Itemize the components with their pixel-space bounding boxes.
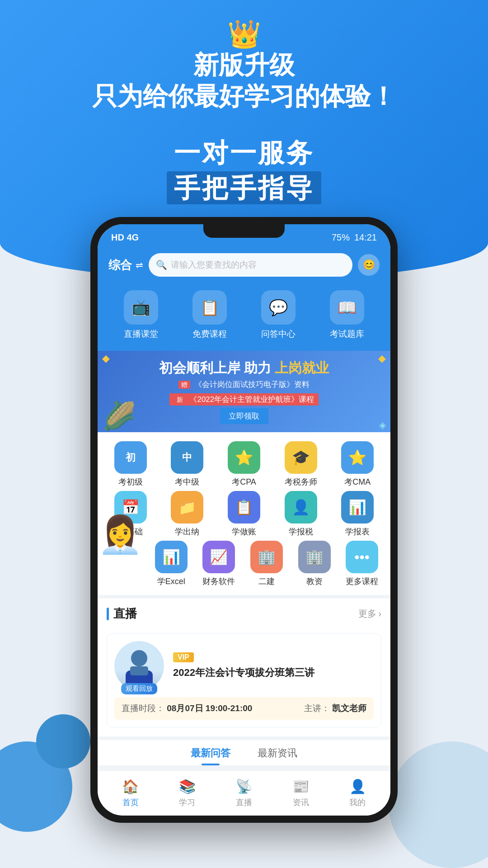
live-watch-label[interactable]: 观看回放	[121, 683, 157, 694]
course-label-cpa: 考CPA	[232, 476, 256, 487]
promo-banner[interactable]: ◆ ◆ ◈ 初会顺利上岸 助力 上岗就业 赠 《会计岗位面试技巧电子版》资料	[98, 351, 390, 432]
banner-main: 初会顺利上岸 助力 上岗就业	[159, 359, 329, 377]
tab-qa[interactable]: 最新问答	[191, 746, 230, 765]
live-title: 2022年注会计专项拔分班第三讲	[173, 666, 374, 680]
banner-sub1: 赠 《会计岗位面试技巧电子版》资料	[159, 379, 329, 390]
user-avatar[interactable]: 😊	[358, 254, 380, 276]
nav-item-free[interactable]: 📋 免费课程	[192, 290, 227, 340]
bg-decoration-circle-bottom-right	[389, 741, 488, 868]
category-label: 综合	[108, 257, 132, 273]
course-row-3: 📊 学Excel 📈 财务软件 🏢 二建	[102, 541, 386, 587]
course-icon-construction: 🏢	[250, 541, 283, 573]
nav-item-qa[interactable]: 💬 问答中心	[261, 290, 296, 340]
filter-icon: ⇌	[136, 259, 143, 270]
headline2: 只为给你最好学习的体验！	[0, 80, 488, 113]
live-time-value: 08月07日 19:00-21:00	[167, 703, 252, 713]
course-icon-reports: 📊	[341, 491, 374, 524]
course-icon-cpa: ⭐	[228, 441, 260, 474]
course-label-reports: 学报表	[345, 526, 370, 537]
course-item-more[interactable]: ••• 更多课程	[338, 541, 386, 587]
bg-decoration-circle-bottom-left2	[36, 714, 90, 769]
live-section-title: 直播	[113, 606, 137, 622]
search-icon: 🔍	[156, 259, 167, 270]
profile-label: 我的	[349, 797, 366, 808]
nav-profile[interactable]: 👤 我的	[349, 778, 366, 808]
study-label: 学习	[179, 797, 195, 808]
content-tabs: 最新问答 最新资讯	[98, 736, 390, 765]
news-icon: 📰	[292, 778, 309, 794]
course-row-2: 📅 零基础 📁 学出纳 📋 学做账 👤	[102, 491, 386, 537]
course-item-bookkeeping[interactable]: 📋 学做账	[219, 491, 269, 537]
course-label-tax: 考税务师	[285, 476, 317, 487]
nav-label-free: 免费课程	[192, 328, 227, 340]
phone-content[interactable]: HD 4G 75% 14:21 综合 ⇌ 🔍 请输入您要查找的内容	[98, 224, 390, 770]
tab-news[interactable]: 最新资讯	[258, 746, 297, 765]
svg-rect-2	[130, 666, 148, 675]
live-section-title-wrap: 直播	[107, 606, 137, 622]
service-line1: 一对一服务	[0, 136, 488, 171]
banner-sub2-wrap: 新 《2022年会计主管就业护航班》课程	[159, 392, 329, 406]
avatar-emoji: 😊	[363, 259, 375, 271]
app-header: 综合 ⇌ 🔍 请输入您要查找的内容 😊	[98, 247, 390, 286]
promo-header: 新版升级 只为给你最好学习的体验！	[0, 50, 488, 113]
course-label-cashier: 学出纳	[175, 526, 199, 537]
live-icon: 📡	[235, 778, 252, 794]
nav-home[interactable]: 🏠 首页	[122, 778, 139, 808]
course-item-teaching[interactable]: 🏢 教资	[291, 541, 338, 587]
course-item-tax-filing[interactable]: 👤 学报税	[276, 491, 326, 537]
nav-icon-exam: 📖	[330, 290, 364, 325]
profile-icon: 👤	[349, 778, 366, 794]
nav-label-qa: 问答中心	[261, 328, 296, 340]
nav-label-live: 直播课堂	[124, 328, 158, 340]
course-icon-cashier: 📁	[171, 491, 203, 524]
course-item-tax[interactable]: 🎓 考税务师	[276, 441, 326, 487]
clock: 14:21	[354, 232, 377, 243]
home-label: 首页	[122, 797, 139, 808]
live-card: 观看回放 VIP 2022年注会计专项拔分班第三讲 直播时段： 08月07日 1…	[98, 626, 390, 736]
course-item-cashier[interactable]: 📁 学出纳	[162, 491, 212, 537]
phone-screen: HD 4G 75% 14:21 综合 ⇌ 🔍 请输入您要查找的内容	[98, 224, 390, 816]
course-icon-excel: 📊	[155, 541, 188, 573]
course-item-middle[interactable]: 中 考中级	[162, 441, 212, 487]
home-icon: 🏠	[122, 778, 139, 794]
course-icon-middle: 中	[171, 441, 203, 474]
promo-crown: 👑	[227, 18, 261, 50]
course-icon-tax-filing: 👤	[285, 491, 317, 524]
course-label-excel: 学Excel	[157, 576, 185, 587]
course-item-reports[interactable]: 📊 学报表	[333, 491, 382, 537]
course-icon-software: 📈	[202, 541, 235, 573]
course-item-construction[interactable]: 🏢 二建	[243, 541, 291, 587]
bottom-nav: 🏠 首页 📚 学习 📡 直播 📰 资讯 👤 我的	[98, 770, 390, 816]
search-bar[interactable]: 🔍 请输入您要查找的内容	[149, 253, 352, 277]
course-label-bookkeeping: 学做账	[232, 526, 256, 537]
nav-study[interactable]: 📚 学习	[179, 778, 196, 808]
nav-news[interactable]: 📰 资讯	[292, 778, 309, 808]
live-time-info: 直播时段： 08月07日 19:00-21:00	[122, 703, 252, 714]
live-section-more[interactable]: 更多 ›	[358, 608, 381, 620]
course-item-cma[interactable]: ⭐ 考CMA	[333, 441, 382, 487]
service-text-block: 一对一服务 手把手指导	[0, 136, 488, 206]
course-label-tax-filing: 学报税	[289, 526, 313, 537]
course-grid: 初 考初级 中 考中级 ⭐ 考CPA	[98, 432, 390, 595]
nav-icon-qa: 💬	[261, 290, 296, 325]
phone-mockup: HD 4G 75% 14:21 综合 ⇌ 🔍 请输入您要查找的内容	[90, 217, 398, 823]
live-card-bottom: 直播时段： 08月07日 19:00-21:00 主讲： 凯文老师	[114, 697, 374, 720]
nav-item-live[interactable]: 📺 直播课堂	[124, 290, 158, 340]
course-item-excel[interactable]: 📊 学Excel	[147, 541, 195, 587]
study-icon: 📚	[179, 778, 196, 794]
live-card-inner[interactable]: 观看回放 VIP 2022年注会计专项拔分班第三讲 直播时段： 08月07日 1…	[107, 633, 381, 727]
course-item-junior[interactable]: 初 考初级	[106, 441, 155, 487]
headline1: 新版升级	[0, 50, 488, 80]
course-item-cpa[interactable]: ⭐ 考CPA	[219, 441, 269, 487]
course-item-software[interactable]: 📈 财务软件	[195, 541, 243, 587]
nav-icon-free: 📋	[192, 290, 227, 325]
nav-icon-live: 📺	[124, 290, 158, 325]
banner-cta-btn[interactable]: 立即领取	[220, 408, 268, 424]
course-icon-more: •••	[346, 541, 378, 573]
category-selector[interactable]: 综合 ⇌	[108, 257, 143, 273]
nav-live[interactable]: 📡 直播	[235, 778, 252, 808]
live-vip-badge: VIP	[173, 652, 194, 662]
live-teacher: 主讲： 凯文老师	[304, 703, 366, 714]
section-bar	[107, 608, 109, 620]
nav-item-exam[interactable]: 📖 考试题库	[330, 290, 364, 340]
